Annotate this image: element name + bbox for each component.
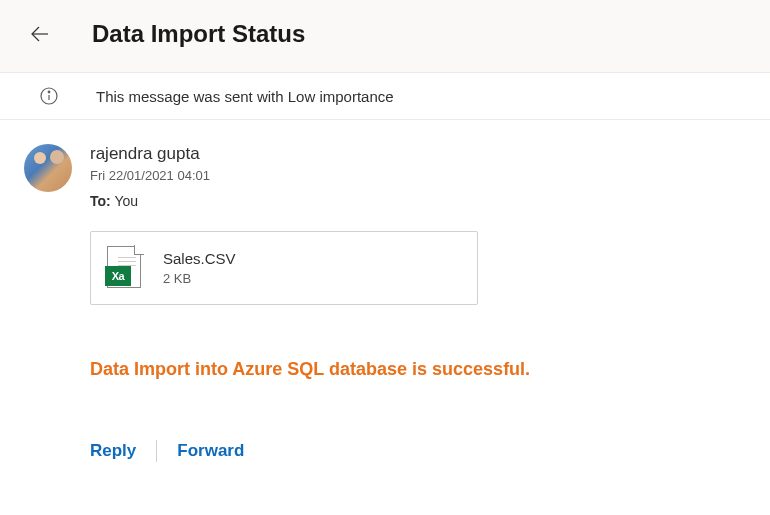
importance-text: This message was sent with Low importanc… [96,88,394,105]
message-body-text: Data Import into Azure SQL database is s… [90,359,746,380]
to-value: You [114,193,138,209]
attachment-size: 2 KB [163,271,236,286]
header-bar: Data Import Status [0,0,770,73]
importance-infobar: This message was sent with Low importanc… [0,73,770,120]
svg-point-3 [48,91,50,93]
attachment-name: Sales.CSV [163,250,236,267]
forward-button[interactable]: Forward [157,441,264,461]
sender-avatar[interactable] [24,144,72,192]
info-icon [40,87,58,105]
page-title: Data Import Status [92,20,305,48]
reply-button[interactable]: Reply [90,441,156,461]
message-date: Fri 22/01/2021 04:01 [90,168,746,183]
recipients-line: To: You [90,193,746,209]
back-button[interactable] [24,18,56,50]
excel-file-icon: Xa [107,246,143,290]
message-container: rajendra gupta Fri 22/01/2021 04:01 To: … [0,120,770,462]
back-arrow-icon [28,22,52,46]
sender-name: rajendra gupta [90,144,746,164]
message-body: rajendra gupta Fri 22/01/2021 04:01 To: … [90,144,746,462]
message-actions: Reply Forward [90,440,746,462]
file-badge-text: Xa [112,270,124,282]
attachment-info: Sales.CSV 2 KB [163,250,236,286]
attachment-card[interactable]: Xa Sales.CSV 2 KB [90,231,478,305]
to-label: To: [90,193,111,209]
